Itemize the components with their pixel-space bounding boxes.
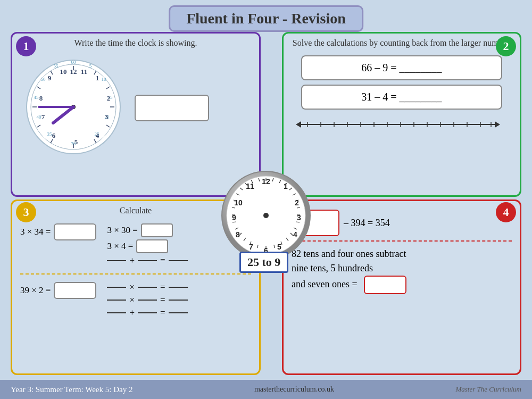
svg-text:1: 1: [284, 182, 288, 190]
svg-text:10: 10: [234, 198, 243, 207]
svg-text:6: 6: [52, 131, 56, 139]
svg-text:4: 4: [293, 230, 297, 239]
eq-4: =: [160, 307, 165, 318]
times-1: ×: [129, 282, 135, 293]
svg-text:8: 8: [39, 94, 43, 102]
calc-39x2-label: 39 × 2 =: [20, 285, 51, 296]
badge-3: 3: [16, 202, 36, 222]
calc-3x4-answer[interactable]: [136, 239, 168, 253]
blank-9: [169, 300, 188, 301]
calc-row-2c: × =: [107, 295, 187, 305]
svg-text:1: 1: [96, 74, 99, 82]
big-clock: 12 1 2 3 4 5 6 7 8 9 10 11: [221, 170, 311, 263]
calc-row-2b: × =: [107, 282, 187, 293]
section-1-clock-area: 60 5 10 15 20 25 30 35 40 45 50 55 12 1: [12, 51, 259, 165]
page-title: Fluent in Four - Revision: [169, 5, 363, 32]
svg-text:5: 5: [277, 243, 281, 251]
calc-3x30-answer[interactable]: [141, 223, 173, 237]
calc-row-2d: + =: [107, 307, 187, 318]
s4-eq-row: – 394 = 354: [292, 210, 512, 236]
svg-text:5: 5: [74, 138, 78, 146]
svg-text:10: 10: [60, 68, 67, 76]
section-2-instruction: Solve the calculations by counting back …: [284, 34, 520, 51]
svg-text:5: 5: [89, 63, 92, 69]
time-answer-box[interactable]: [135, 95, 209, 121]
badge-4: 4: [496, 202, 516, 222]
calc-3x4-label: 3 × 4 =: [107, 241, 133, 252]
calc-3x30-label: 3 × 30 =: [107, 225, 137, 236]
s4-text: 82 tens and four ones subtractnine tens,…: [292, 247, 512, 294]
calc-3x34-answer[interactable]: [54, 223, 96, 240]
footer-left: Year 3: Summer Term: Week 5: Day 2: [11, 385, 132, 394]
svg-text:2: 2: [295, 198, 299, 207]
svg-text:55: 55: [54, 63, 59, 69]
s4-text-answer[interactable]: [364, 276, 406, 294]
badge-2: 2: [496, 36, 516, 56]
blank-6: [169, 287, 188, 288]
svg-marker-41: [296, 121, 301, 128]
equation-1: 66 – 9 = ________: [301, 55, 502, 80]
section-2-box: Solve the calculations by counting back …: [282, 32, 521, 197]
calc-row-1b: 3 × 30 =: [107, 223, 187, 237]
svg-text:45: 45: [34, 95, 39, 100]
svg-text:9: 9: [48, 74, 52, 82]
calc-row-1d: + =: [107, 255, 187, 266]
dashed-divider-3: [20, 273, 251, 275]
footer: Year 3: Summer Term: Week 5: Day 2 maste…: [0, 380, 532, 399]
blank-4: [107, 287, 126, 288]
svg-text:8: 8: [236, 230, 240, 239]
footer-center: masterthecurriculum.co.uk: [254, 385, 334, 394]
blank-1: [107, 260, 126, 261]
calc-row-1a: 3 × 34 =: [20, 223, 96, 240]
section-1-instruction: Write the time the clock is showing.: [12, 34, 259, 51]
blank-3: [169, 260, 188, 261]
calc-39x2-answer[interactable]: [54, 282, 96, 299]
svg-text:35: 35: [47, 131, 53, 137]
svg-text:3: 3: [297, 213, 301, 222]
number-line-area: [284, 114, 520, 135]
svg-point-103: [263, 213, 269, 218]
blank-2: [138, 260, 157, 261]
footer-right: Master The Curriculum: [455, 385, 521, 394]
svg-text:2: 2: [107, 94, 111, 102]
calc-3x34-label: 3 × 34 =: [20, 227, 51, 237]
times-2: ×: [129, 295, 135, 305]
number-line: [292, 117, 504, 132]
eq-2: =: [160, 282, 165, 293]
blank-11: [138, 312, 157, 313]
blank-7: [107, 300, 126, 301]
s4-eq-label: – 394 = 354: [344, 218, 390, 229]
svg-text:40: 40: [37, 114, 42, 120]
svg-text:3: 3: [105, 113, 109, 121]
s4-area: – 394 = 354 82 tens and four ones subtra…: [284, 201, 520, 300]
blank-8: [138, 300, 157, 301]
eq-1: =: [160, 255, 165, 266]
svg-marker-43: [495, 121, 500, 128]
blank-5: [138, 287, 157, 288]
plus-2: +: [129, 307, 135, 318]
equation-2: 31 – 4 = ________: [301, 85, 502, 110]
plus-1: +: [129, 255, 135, 266]
small-clock: 60 5 10 15 20 25 30 35 40 45 50 55 12 1: [23, 56, 124, 160]
calc-row-2a: 39 × 2 =: [20, 282, 96, 299]
svg-text:11: 11: [81, 68, 87, 76]
time-label: 25 to 9: [239, 252, 288, 273]
blank-10: [107, 312, 126, 313]
calc-row-1c: 3 × 4 =: [107, 239, 187, 253]
section-4-box: – 394 = 354 82 tens and four ones subtra…: [282, 200, 521, 375]
svg-text:11: 11: [246, 182, 254, 190]
svg-text:7: 7: [249, 243, 253, 251]
svg-text:7: 7: [41, 113, 45, 121]
dashed-divider-4: [292, 240, 512, 242]
svg-text:50: 50: [41, 77, 46, 82]
svg-text:60: 60: [71, 60, 77, 65]
svg-text:9: 9: [232, 213, 236, 222]
svg-text:4: 4: [96, 131, 99, 139]
badge-1: 1: [16, 36, 36, 56]
eq-3: =: [160, 295, 165, 305]
svg-text:10: 10: [102, 77, 107, 82]
blank-12: [169, 312, 188, 313]
